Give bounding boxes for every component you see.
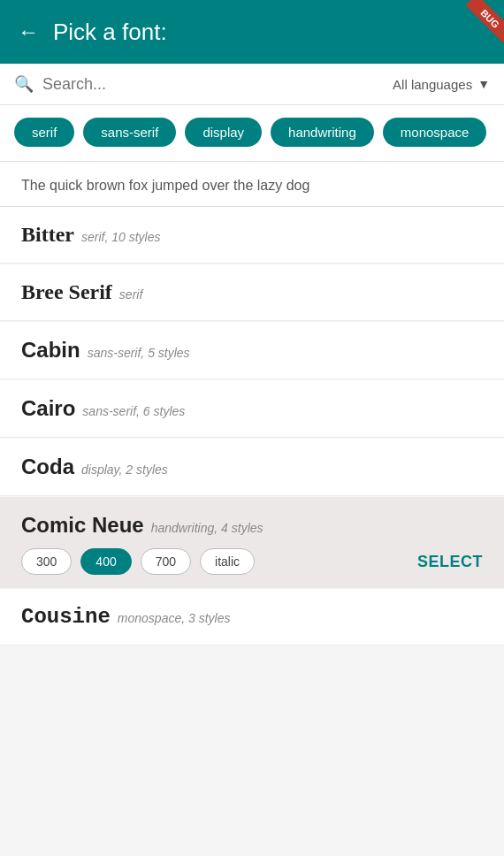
bug-badge bbox=[451, 0, 504, 53]
font-item-bitter[interactable]: Bitter serif, 10 styles bbox=[0, 207, 504, 264]
chip-monospace[interactable]: monospace bbox=[383, 118, 487, 147]
font-item-coda[interactable]: Coda display, 2 styles bbox=[0, 439, 504, 496]
font-name-cairo: Cairo bbox=[21, 396, 75, 421]
chip-serif[interactable]: serif bbox=[14, 118, 74, 147]
dropdown-arrow-icon: ▼ bbox=[477, 77, 490, 91]
font-meta-cousine: monospace, 3 styles bbox=[118, 611, 231, 625]
select-button[interactable]: SELECT bbox=[417, 553, 483, 571]
chip-sans-serif[interactable]: sans-serif bbox=[83, 118, 176, 147]
filter-chips: serif sans-serif display handwriting mon… bbox=[0, 105, 504, 162]
font-meta-bitter: serif, 10 styles bbox=[81, 230, 160, 244]
search-input[interactable] bbox=[42, 75, 384, 94]
font-meta-bree-serif: serif bbox=[119, 287, 142, 302]
font-name-bree-serif: Bree Serif bbox=[21, 280, 112, 304]
font-item-comic-neue[interactable]: Comic Neue handwriting, 4 styles 300 400… bbox=[0, 497, 504, 588]
weight-chips: 300 400 700 italic bbox=[21, 548, 255, 575]
chip-display[interactable]: display bbox=[185, 118, 262, 147]
font-meta-cairo: sans-serif, 6 styles bbox=[82, 404, 185, 418]
font-meta-coda: display, 2 styles bbox=[81, 462, 168, 477]
chip-handwriting[interactable]: handwriting bbox=[271, 118, 374, 147]
font-name-coda: Coda bbox=[21, 455, 74, 479]
font-name-cousine: Cousine bbox=[21, 605, 111, 629]
weight-700[interactable]: 700 bbox=[141, 548, 191, 575]
font-name-comic-neue: Comic Neue bbox=[21, 513, 144, 538]
weight-italic[interactable]: italic bbox=[200, 548, 255, 575]
language-dropdown[interactable]: All languages ▼ bbox=[393, 77, 490, 92]
weight-400[interactable]: 400 bbox=[80, 548, 131, 575]
font-name-cabin: Cabin bbox=[21, 338, 80, 363]
font-item-cairo[interactable]: Cairo sans-serif, 6 styles bbox=[0, 380, 504, 438]
preview-text: The quick brown fox jumped over the lazy… bbox=[0, 162, 504, 207]
font-item-bree-serif[interactable]: Bree Serif serif bbox=[0, 264, 504, 321]
search-icon: 🔍 bbox=[14, 74, 34, 94]
font-item-cousine[interactable]: Cousine monospace, 3 styles bbox=[0, 589, 504, 646]
font-meta-comic-neue: handwriting, 4 styles bbox=[151, 521, 263, 535]
weight-300[interactable]: 300 bbox=[21, 548, 72, 575]
language-label: All languages bbox=[393, 77, 472, 92]
back-button[interactable]: ← bbox=[18, 19, 39, 44]
font-selected-controls: 300 400 700 italic SELECT bbox=[21, 548, 483, 575]
font-item-cabin[interactable]: Cabin sans-serif, 5 styles bbox=[0, 322, 504, 379]
font-name-bitter: Bitter bbox=[21, 223, 74, 247]
page-title: Pick a font: bbox=[53, 19, 167, 46]
font-list: Bitter serif, 10 styles Bree Serif serif… bbox=[0, 207, 504, 646]
header: ← Pick a font: bbox=[0, 0, 504, 64]
font-meta-cabin: sans-serif, 5 styles bbox=[88, 346, 190, 360]
search-bar: 🔍 All languages ▼ bbox=[0, 64, 504, 105]
